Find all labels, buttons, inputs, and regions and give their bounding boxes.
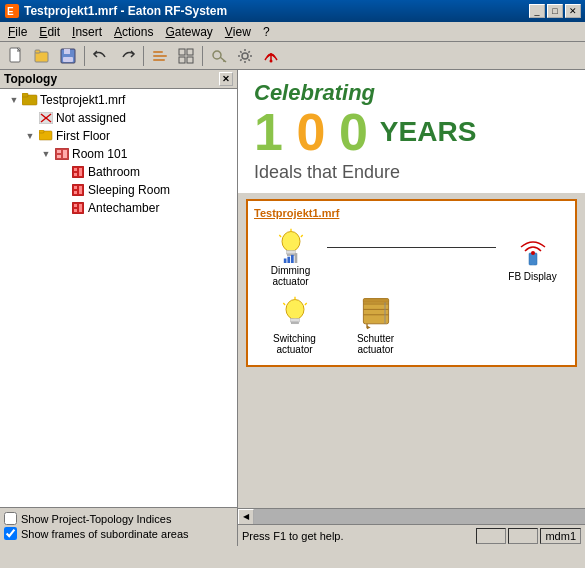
tree-item-room101[interactable]: ▼ Room 101 <box>2 145 235 163</box>
room101-label: Room 101 <box>72 147 127 161</box>
device-dimming: Dimmingactuator <box>258 227 323 287</box>
tree-item-first-floor[interactable]: ▼ First Floor <box>2 127 235 145</box>
bathroom-icon <box>70 164 86 180</box>
menu-bar: File Edit Insert Actions Gateway View ? <box>0 22 585 42</box>
new-button[interactable] <box>4 45 28 67</box>
svg-point-20 <box>270 59 273 62</box>
svg-rect-58 <box>290 318 299 322</box>
number-0-1: 0 <box>296 106 325 158</box>
svg-line-62 <box>283 303 285 305</box>
not-assigned-label: Not assigned <box>56 111 126 125</box>
svg-text:E: E <box>7 6 14 17</box>
open-button[interactable] <box>30 45 54 67</box>
maximize-button[interactable]: □ <box>547 4 563 18</box>
status-help-text: Press F1 to get help. <box>242 530 476 542</box>
status-box-2 <box>508 528 538 544</box>
title-bar: E Testprojekt1.mrf - Eaton RF-System _ □… <box>0 0 585 22</box>
svg-rect-53 <box>294 253 297 263</box>
svg-rect-51 <box>287 257 290 263</box>
menu-insert[interactable]: Insert <box>66 22 108 41</box>
expand-sleeping-room <box>54 182 70 198</box>
scroll-track[interactable] <box>254 509 585 524</box>
svg-rect-50 <box>283 259 286 264</box>
svg-rect-33 <box>74 168 77 171</box>
expand-room101[interactable]: ▼ <box>38 146 54 162</box>
redo-button[interactable] <box>115 45 139 67</box>
svg-rect-39 <box>79 186 82 194</box>
menu-help[interactable]: ? <box>257 22 276 41</box>
tree-item-bathroom[interactable]: Bathroom <box>2 163 235 181</box>
status-bar: Press F1 to get help. mdm1 <box>238 524 585 546</box>
svg-point-57 <box>286 300 304 320</box>
save-button[interactable] <box>56 45 80 67</box>
menu-view[interactable]: View <box>219 22 257 41</box>
show-indices-label: Show Project-Topology Indices <box>21 513 171 525</box>
first-floor-label: First Floor <box>56 129 110 143</box>
years-text: YEARS <box>380 116 476 148</box>
sep3 <box>202 46 203 66</box>
show-frames-checkbox[interactable] <box>4 527 17 540</box>
expand-first-floor[interactable]: ▼ <box>22 128 38 144</box>
menu-actions[interactable]: Actions <box>108 22 159 41</box>
main-area: Topology ✕ ▼ Testprojekt1.mrf <box>0 70 585 546</box>
sleeping-room-label: Sleeping Room <box>88 183 170 197</box>
not-assigned-icon <box>38 110 54 126</box>
app-icon: E <box>4 3 20 19</box>
topology-close-button[interactable]: ✕ <box>219 72 233 86</box>
svg-rect-7 <box>63 57 73 62</box>
switching-label: Switchingactuator <box>273 333 316 355</box>
svg-rect-37 <box>74 186 77 189</box>
menu-file[interactable]: File <box>2 22 33 41</box>
eaton-banner: Celebrating 1 0 0 YEARS Ideals that Endu… <box>238 70 585 193</box>
expand-project[interactable]: ▼ <box>6 92 22 108</box>
svg-rect-68 <box>363 299 388 303</box>
tree-item-sleeping-room[interactable]: Sleeping Room <box>2 181 235 199</box>
tree-item-antechamber[interactable]: Antechamber <box>2 199 235 217</box>
svg-line-48 <box>300 235 302 237</box>
status-box-mdm1: mdm1 <box>540 528 581 544</box>
svg-rect-27 <box>39 130 44 133</box>
undo-button[interactable] <box>89 45 113 67</box>
close-button[interactable]: ✕ <box>565 4 581 18</box>
topology-footer: Show Project-Topology Indices Show frame… <box>0 507 237 546</box>
antenna-button[interactable] <box>259 45 283 67</box>
expand-antechamber <box>54 200 70 216</box>
expand-bathroom <box>54 164 70 180</box>
edit-button[interactable] <box>148 45 172 67</box>
svg-rect-10 <box>153 59 165 61</box>
key-button[interactable] <box>207 45 231 67</box>
first-floor-icon <box>38 128 54 144</box>
menu-edit[interactable]: Edit <box>33 22 66 41</box>
antechamber-label: Antechamber <box>88 201 159 215</box>
svg-point-55 <box>531 251 535 255</box>
svg-rect-42 <box>74 209 77 212</box>
svg-rect-52 <box>291 255 294 263</box>
grid-button[interactable] <box>174 45 198 67</box>
project-icon <box>22 92 38 108</box>
topology-title: Topology <box>4 72 57 86</box>
minimize-button[interactable]: _ <box>529 4 545 18</box>
svg-rect-36 <box>72 184 84 196</box>
tree-item-project[interactable]: ▼ Testprojekt1.mrf <box>2 91 235 109</box>
scroll-left-button[interactable]: ◀ <box>238 509 254 525</box>
svg-rect-35 <box>79 168 82 176</box>
window-controls: _ □ ✕ <box>529 4 581 18</box>
show-indices-checkbox[interactable] <box>4 512 17 525</box>
svg-rect-4 <box>35 50 40 53</box>
svg-rect-13 <box>179 57 185 63</box>
device-switching: Switchingactuator <box>262 295 327 355</box>
project-label: Testprojekt1.mrf <box>40 93 125 107</box>
svg-rect-14 <box>187 57 193 63</box>
status-box-1 <box>476 528 506 544</box>
menu-gateway[interactable]: Gateway <box>159 22 218 41</box>
tree-item-not-assigned[interactable]: Not assigned <box>2 109 235 127</box>
svg-rect-40 <box>72 202 84 214</box>
svg-line-49 <box>279 235 281 237</box>
svg-rect-22 <box>22 93 28 97</box>
device-schutter: Schutteractuator <box>343 295 408 355</box>
gear-button[interactable] <box>233 45 257 67</box>
sep2 <box>143 46 144 66</box>
antechamber-icon <box>70 200 86 216</box>
svg-point-44 <box>282 232 300 252</box>
topology-panel: Topology ✕ ▼ Testprojekt1.mrf <box>0 70 238 546</box>
